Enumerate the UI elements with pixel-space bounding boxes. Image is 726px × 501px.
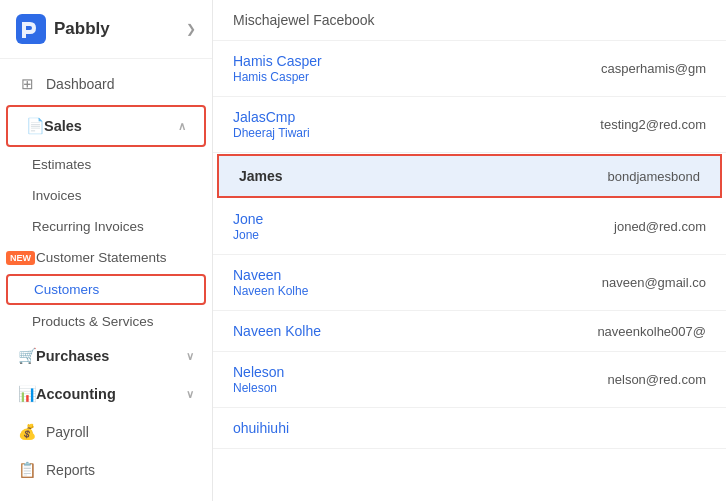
sidebar-item-invoices[interactable]: Invoices: [0, 180, 212, 211]
sidebar-item-reports[interactable]: 📋 Reports: [0, 451, 212, 489]
customer-info: James: [239, 168, 607, 184]
sidebar-item-products-services[interactable]: Products & Services: [0, 306, 212, 337]
customer-name: ohuihiuhi: [233, 420, 706, 436]
purchases-icon: 🛒: [18, 347, 36, 365]
customer-email: naveen@gmail.co: [602, 275, 706, 290]
customer-row[interactable]: Mischajewel Facebook: [213, 0, 726, 41]
recurring-invoices-label: Recurring Invoices: [32, 219, 144, 234]
customer-row[interactable]: Jone Jone joned@red.com: [213, 199, 726, 255]
customer-statements-label: Customer Statements: [36, 250, 167, 265]
purchases-label: Purchases: [36, 348, 186, 364]
accounting-label: Accounting: [36, 386, 186, 402]
reports-icon: 📋: [18, 461, 36, 479]
customer-info: Hamis Casper Hamis Casper: [233, 53, 601, 84]
customer-sub: Naveen Kolhe: [233, 284, 602, 298]
purchases-chevron-icon: ∨: [186, 350, 194, 363]
main-content: Mischajewel Facebook Hamis Casper Hamis …: [213, 0, 726, 501]
sidebar-item-customer-statements[interactable]: NEW Customer Statements: [0, 242, 212, 273]
logo-area: Pabbly: [16, 14, 110, 44]
pabbly-logo-icon: [16, 14, 46, 44]
sidebar-item-sales[interactable]: 📄 Sales ∧: [6, 105, 206, 147]
sidebar-item-estimates[interactable]: Estimates: [0, 149, 212, 180]
customer-name: JalasCmp: [233, 109, 600, 125]
customer-info: Mischajewel Facebook: [233, 12, 706, 28]
customer-row[interactable]: ohuihiuhi: [213, 408, 726, 449]
sidebar-item-customers[interactable]: Customers: [6, 274, 206, 305]
customer-list: Mischajewel Facebook Hamis Casper Hamis …: [213, 0, 726, 501]
customer-email: bondjamesbond: [607, 169, 700, 184]
customer-row[interactable]: JalasCmp Dheeraj Tiwari testing2@red.com: [213, 97, 726, 153]
sidebar-item-purchases[interactable]: 🛒 Purchases ∨: [0, 337, 212, 375]
sidebar-item-dashboard[interactable]: ⊞ Dashboard: [0, 65, 212, 103]
customer-email: joned@red.com: [614, 219, 706, 234]
customer-row[interactable]: Naveen Kolhe naveenkolhe007@: [213, 311, 726, 352]
dashboard-icon: ⊞: [18, 75, 36, 93]
customers-label: Customers: [34, 282, 99, 297]
sidebar-sales-label: Sales: [44, 118, 178, 134]
sidebar-header: Pabbly ❯: [0, 0, 212, 59]
sidebar-item-accounting[interactable]: 📊 Accounting ∨: [0, 375, 212, 413]
customer-name: Mischajewel Facebook: [233, 12, 706, 28]
customer-name: James: [239, 168, 607, 184]
sidebar-nav: ⊞ Dashboard 📄 Sales ∧ Estimates Invoices…: [0, 59, 212, 501]
customer-row[interactable]: Hamis Casper Hamis Casper casperhamis@gm: [213, 41, 726, 97]
customer-name: Hamis Casper: [233, 53, 601, 69]
customer-row[interactable]: Neleson Neleson nelson@red.com: [213, 352, 726, 408]
customer-info: Neleson Neleson: [233, 364, 608, 395]
sales-icon: 📄: [26, 117, 44, 135]
customer-name: Neleson: [233, 364, 608, 380]
new-badge: NEW: [6, 251, 35, 265]
sidebar-collapse-icon[interactable]: ❯: [186, 22, 196, 36]
customer-info: JalasCmp Dheeraj Tiwari: [233, 109, 600, 140]
accounting-icon: 📊: [18, 385, 36, 403]
customer-sub: Dheeraj Tiwari: [233, 126, 600, 140]
customer-row[interactable]: Naveen Naveen Kolhe naveen@gmail.co: [213, 255, 726, 311]
customer-email: naveenkolhe007@: [597, 324, 706, 339]
sidebar-item-recurring-invoices[interactable]: Recurring Invoices: [0, 211, 212, 242]
sidebar-item-label: Dashboard: [46, 76, 194, 92]
customer-row-selected[interactable]: James bondjamesbond: [217, 154, 722, 198]
customer-name: Naveen: [233, 267, 602, 283]
accounting-chevron-icon: ∨: [186, 388, 194, 401]
payroll-icon: 💰: [18, 423, 36, 441]
sidebar: Pabbly ❯ ⊞ Dashboard 📄 Sales ∧ Estimates…: [0, 0, 213, 501]
customer-sub: Jone: [233, 228, 614, 242]
customer-sub: Neleson: [233, 381, 608, 395]
customer-info: Naveen Naveen Kolhe: [233, 267, 602, 298]
customer-sub: Hamis Casper: [233, 70, 601, 84]
app-name: Pabbly: [54, 19, 110, 39]
customer-info: ohuihiuhi: [233, 420, 706, 436]
customer-info: Naveen Kolhe: [233, 323, 597, 339]
customer-name: Jone: [233, 211, 614, 227]
customer-info: Jone Jone: [233, 211, 614, 242]
invoices-label: Invoices: [32, 188, 82, 203]
sidebar-item-payroll[interactable]: 💰 Payroll: [0, 413, 212, 451]
sales-chevron-icon: ∧: [178, 120, 186, 133]
customer-name: Naveen Kolhe: [233, 323, 597, 339]
estimates-label: Estimates: [32, 157, 91, 172]
customer-email: nelson@red.com: [608, 372, 706, 387]
reports-label: Reports: [46, 462, 194, 478]
customer-email: casperhamis@gm: [601, 61, 706, 76]
products-services-label: Products & Services: [32, 314, 154, 329]
payroll-label: Payroll: [46, 424, 194, 440]
customer-email: testing2@red.com: [600, 117, 706, 132]
